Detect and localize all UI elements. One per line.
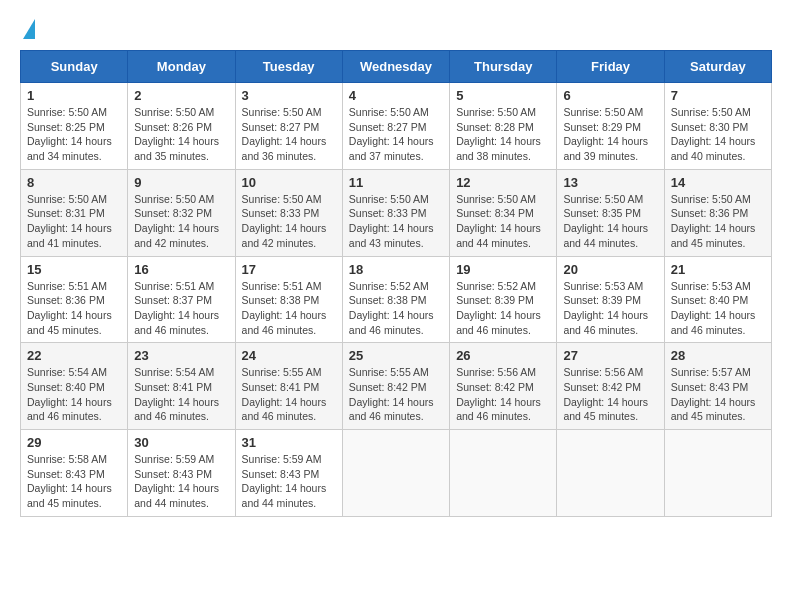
day-info: Sunrise: 5:50 AMSunset: 8:25 PMDaylight:… — [27, 106, 112, 162]
day-number: 20 — [563, 262, 657, 277]
day-info: Sunrise: 5:50 AMSunset: 8:35 PMDaylight:… — [563, 193, 648, 249]
day-info: Sunrise: 5:50 AMSunset: 8:36 PMDaylight:… — [671, 193, 756, 249]
calendar-cell: 2 Sunrise: 5:50 AMSunset: 8:26 PMDayligh… — [128, 83, 235, 170]
day-number: 30 — [134, 435, 228, 450]
calendar-table: SundayMondayTuesdayWednesdayThursdayFrid… — [20, 50, 772, 517]
day-info: Sunrise: 5:50 AMSunset: 8:27 PMDaylight:… — [242, 106, 327, 162]
day-info: Sunrise: 5:59 AMSunset: 8:43 PMDaylight:… — [134, 453, 219, 509]
day-info: Sunrise: 5:51 AMSunset: 8:36 PMDaylight:… — [27, 280, 112, 336]
calendar-cell — [450, 430, 557, 517]
calendar-cell: 29 Sunrise: 5:58 AMSunset: 8:43 PMDaylig… — [21, 430, 128, 517]
day-info: Sunrise: 5:53 AMSunset: 8:40 PMDaylight:… — [671, 280, 756, 336]
calendar-cell: 13 Sunrise: 5:50 AMSunset: 8:35 PMDaylig… — [557, 169, 664, 256]
day-info: Sunrise: 5:50 AMSunset: 8:27 PMDaylight:… — [349, 106, 434, 162]
calendar-cell: 30 Sunrise: 5:59 AMSunset: 8:43 PMDaylig… — [128, 430, 235, 517]
day-info: Sunrise: 5:50 AMSunset: 8:34 PMDaylight:… — [456, 193, 541, 249]
day-info: Sunrise: 5:59 AMSunset: 8:43 PMDaylight:… — [242, 453, 327, 509]
col-header-sunday: Sunday — [21, 51, 128, 83]
day-info: Sunrise: 5:51 AMSunset: 8:37 PMDaylight:… — [134, 280, 219, 336]
day-number: 22 — [27, 348, 121, 363]
calendar-cell: 23 Sunrise: 5:54 AMSunset: 8:41 PMDaylig… — [128, 343, 235, 430]
day-number: 6 — [563, 88, 657, 103]
calendar-cell: 22 Sunrise: 5:54 AMSunset: 8:40 PMDaylig… — [21, 343, 128, 430]
day-number: 9 — [134, 175, 228, 190]
day-info: Sunrise: 5:54 AMSunset: 8:41 PMDaylight:… — [134, 366, 219, 422]
day-info: Sunrise: 5:57 AMSunset: 8:43 PMDaylight:… — [671, 366, 756, 422]
day-info: Sunrise: 5:50 AMSunset: 8:33 PMDaylight:… — [349, 193, 434, 249]
calendar-cell — [342, 430, 449, 517]
day-info: Sunrise: 5:50 AMSunset: 8:32 PMDaylight:… — [134, 193, 219, 249]
calendar-cell: 15 Sunrise: 5:51 AMSunset: 8:36 PMDaylig… — [21, 256, 128, 343]
day-info: Sunrise: 5:53 AMSunset: 8:39 PMDaylight:… — [563, 280, 648, 336]
day-number: 23 — [134, 348, 228, 363]
logo-arrow-icon — [23, 19, 35, 39]
calendar-cell: 24 Sunrise: 5:55 AMSunset: 8:41 PMDaylig… — [235, 343, 342, 430]
day-number: 8 — [27, 175, 121, 190]
day-number: 2 — [134, 88, 228, 103]
page-header — [20, 20, 772, 40]
col-header-friday: Friday — [557, 51, 664, 83]
day-info: Sunrise: 5:56 AMSunset: 8:42 PMDaylight:… — [456, 366, 541, 422]
col-header-tuesday: Tuesday — [235, 51, 342, 83]
week-row-4: 22 Sunrise: 5:54 AMSunset: 8:40 PMDaylig… — [21, 343, 772, 430]
week-row-5: 29 Sunrise: 5:58 AMSunset: 8:43 PMDaylig… — [21, 430, 772, 517]
week-row-2: 8 Sunrise: 5:50 AMSunset: 8:31 PMDayligh… — [21, 169, 772, 256]
day-number: 13 — [563, 175, 657, 190]
calendar-cell: 11 Sunrise: 5:50 AMSunset: 8:33 PMDaylig… — [342, 169, 449, 256]
day-info: Sunrise: 5:56 AMSunset: 8:42 PMDaylight:… — [563, 366, 648, 422]
calendar-cell — [557, 430, 664, 517]
day-number: 19 — [456, 262, 550, 277]
calendar-cell: 19 Sunrise: 5:52 AMSunset: 8:39 PMDaylig… — [450, 256, 557, 343]
day-number: 21 — [671, 262, 765, 277]
calendar-cell: 31 Sunrise: 5:59 AMSunset: 8:43 PMDaylig… — [235, 430, 342, 517]
day-number: 17 — [242, 262, 336, 277]
calendar-cell: 1 Sunrise: 5:50 AMSunset: 8:25 PMDayligh… — [21, 83, 128, 170]
day-info: Sunrise: 5:50 AMSunset: 8:26 PMDaylight:… — [134, 106, 219, 162]
col-header-wednesday: Wednesday — [342, 51, 449, 83]
calendar-cell — [664, 430, 771, 517]
day-number: 16 — [134, 262, 228, 277]
day-info: Sunrise: 5:55 AMSunset: 8:41 PMDaylight:… — [242, 366, 327, 422]
day-number: 5 — [456, 88, 550, 103]
day-number: 14 — [671, 175, 765, 190]
day-number: 26 — [456, 348, 550, 363]
day-number: 24 — [242, 348, 336, 363]
calendar-cell: 27 Sunrise: 5:56 AMSunset: 8:42 PMDaylig… — [557, 343, 664, 430]
calendar-cell: 10 Sunrise: 5:50 AMSunset: 8:33 PMDaylig… — [235, 169, 342, 256]
calendar-cell: 16 Sunrise: 5:51 AMSunset: 8:37 PMDaylig… — [128, 256, 235, 343]
col-header-saturday: Saturday — [664, 51, 771, 83]
logo — [20, 20, 35, 40]
day-info: Sunrise: 5:50 AMSunset: 8:30 PMDaylight:… — [671, 106, 756, 162]
day-info: Sunrise: 5:50 AMSunset: 8:29 PMDaylight:… — [563, 106, 648, 162]
calendar-cell: 26 Sunrise: 5:56 AMSunset: 8:42 PMDaylig… — [450, 343, 557, 430]
day-number: 25 — [349, 348, 443, 363]
calendar-cell: 8 Sunrise: 5:50 AMSunset: 8:31 PMDayligh… — [21, 169, 128, 256]
calendar-cell: 12 Sunrise: 5:50 AMSunset: 8:34 PMDaylig… — [450, 169, 557, 256]
col-header-thursday: Thursday — [450, 51, 557, 83]
day-number: 27 — [563, 348, 657, 363]
calendar-cell: 20 Sunrise: 5:53 AMSunset: 8:39 PMDaylig… — [557, 256, 664, 343]
day-number: 12 — [456, 175, 550, 190]
day-info: Sunrise: 5:52 AMSunset: 8:39 PMDaylight:… — [456, 280, 541, 336]
day-info: Sunrise: 5:54 AMSunset: 8:40 PMDaylight:… — [27, 366, 112, 422]
day-number: 4 — [349, 88, 443, 103]
calendar-cell: 5 Sunrise: 5:50 AMSunset: 8:28 PMDayligh… — [450, 83, 557, 170]
day-info: Sunrise: 5:55 AMSunset: 8:42 PMDaylight:… — [349, 366, 434, 422]
calendar-cell: 9 Sunrise: 5:50 AMSunset: 8:32 PMDayligh… — [128, 169, 235, 256]
day-number: 1 — [27, 88, 121, 103]
calendar-cell: 17 Sunrise: 5:51 AMSunset: 8:38 PMDaylig… — [235, 256, 342, 343]
day-info: Sunrise: 5:51 AMSunset: 8:38 PMDaylight:… — [242, 280, 327, 336]
day-number: 29 — [27, 435, 121, 450]
day-info: Sunrise: 5:58 AMSunset: 8:43 PMDaylight:… — [27, 453, 112, 509]
day-number: 18 — [349, 262, 443, 277]
calendar-cell: 4 Sunrise: 5:50 AMSunset: 8:27 PMDayligh… — [342, 83, 449, 170]
day-info: Sunrise: 5:50 AMSunset: 8:31 PMDaylight:… — [27, 193, 112, 249]
day-number: 3 — [242, 88, 336, 103]
col-header-monday: Monday — [128, 51, 235, 83]
day-info: Sunrise: 5:50 AMSunset: 8:33 PMDaylight:… — [242, 193, 327, 249]
calendar-cell: 25 Sunrise: 5:55 AMSunset: 8:42 PMDaylig… — [342, 343, 449, 430]
day-number: 31 — [242, 435, 336, 450]
day-number: 28 — [671, 348, 765, 363]
calendar-cell: 6 Sunrise: 5:50 AMSunset: 8:29 PMDayligh… — [557, 83, 664, 170]
calendar-cell: 3 Sunrise: 5:50 AMSunset: 8:27 PMDayligh… — [235, 83, 342, 170]
